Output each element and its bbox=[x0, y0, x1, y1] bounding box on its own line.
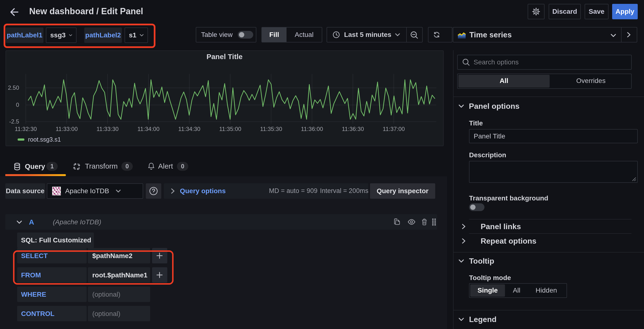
svg-text:11:36:30: 11:36:30 bbox=[342, 126, 364, 132]
svg-text:11:34:30: 11:34:30 bbox=[178, 126, 200, 132]
svg-text:-2.5: -2.5 bbox=[9, 118, 19, 125]
svg-text:11:35:00: 11:35:00 bbox=[219, 126, 242, 132]
svg-text:11:36:00: 11:36:00 bbox=[301, 126, 323, 132]
svg-text:0: 0 bbox=[16, 101, 19, 108]
svg-text:11:37:00: 11:37:00 bbox=[382, 126, 405, 132]
svg-text:11:35:30: 11:35:30 bbox=[260, 126, 282, 132]
svg-text:2.50: 2.50 bbox=[8, 84, 19, 91]
svg-text:11:34:00: 11:34:00 bbox=[137, 126, 160, 132]
svg-text:11:33:00: 11:33:00 bbox=[56, 126, 78, 132]
svg-text:11:32:30: 11:32:30 bbox=[15, 126, 37, 132]
svg-text:root.ssg3.s1: root.ssg3.s1 bbox=[28, 136, 61, 143]
svg-text:11:33:30: 11:33:30 bbox=[96, 126, 118, 132]
